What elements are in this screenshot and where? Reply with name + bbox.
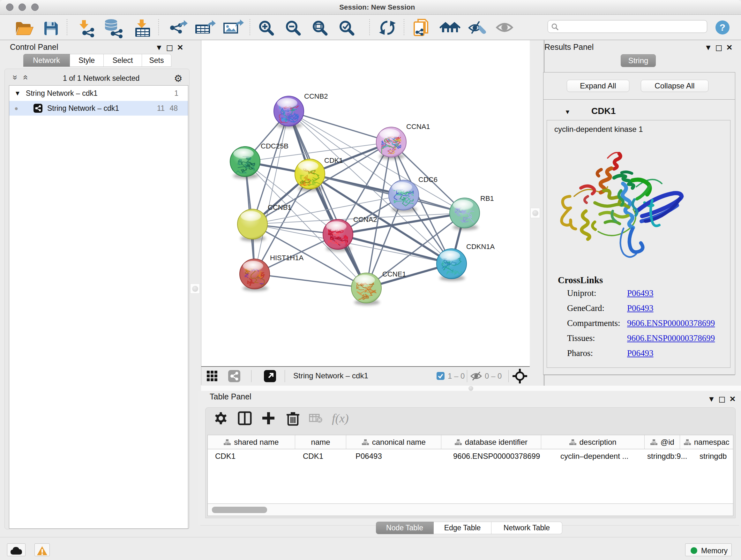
svg-text:CDC6: CDC6 bbox=[418, 176, 437, 184]
svg-text:f(x): f(x) bbox=[332, 412, 349, 425]
svg-text:CDK1: CDK1 bbox=[324, 157, 343, 165]
svg-text:CCNB1: CCNB1 bbox=[268, 203, 292, 211]
svg-text:CCNA1: CCNA1 bbox=[406, 123, 430, 131]
svg-text:RB1: RB1 bbox=[480, 194, 494, 202]
svg-text:CCNB2: CCNB2 bbox=[304, 92, 328, 100]
svg-text:CCNA2: CCNA2 bbox=[353, 215, 377, 224]
svg-text:CDKN1A: CDKN1A bbox=[466, 243, 495, 251]
svg-text:CCNE1: CCNE1 bbox=[382, 270, 406, 278]
svg-text:HIST1H1A: HIST1H1A bbox=[270, 254, 304, 262]
svg-text:?: ? bbox=[720, 22, 725, 33]
svg-text:CDC25B: CDC25B bbox=[261, 142, 288, 150]
